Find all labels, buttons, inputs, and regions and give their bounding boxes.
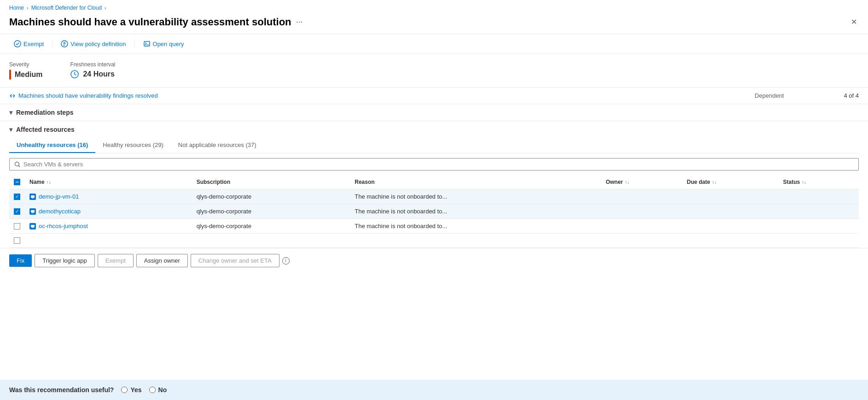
td-status-4 (779, 234, 859, 248)
th-name: Name ↑↓ (25, 175, 192, 189)
info-icon[interactable]: i (282, 257, 290, 265)
severity-text: Medium (15, 71, 42, 79)
tab-healthy[interactable]: Healthy resources (29) (95, 138, 171, 153)
feedback-radio-group: Yes No (121, 386, 167, 394)
row-checkbox-4[interactable] (14, 237, 20, 244)
divider-1 (52, 40, 52, 48)
breadcrumb-sep-2: › (105, 5, 106, 11)
td-sub-4 (192, 234, 350, 248)
resource-link-3[interactable]: oc-rhcos-jumphost (29, 223, 187, 229)
page-title: Machines should have a vulnerability ass… (9, 16, 291, 28)
resource-tabs: Unhealthy resources (16) Healthy resourc… (9, 138, 859, 153)
feedback-question: Was this recommendation useful? (9, 386, 114, 394)
search-input[interactable] (23, 161, 854, 168)
severity-value: Medium (9, 70, 42, 80)
row-checkbox-2[interactable] (14, 208, 20, 215)
svg-rect-5 (31, 195, 35, 198)
th-name-label: Name (29, 179, 45, 185)
freshness-value: 24 Hours (70, 70, 115, 79)
dependent-row: Machines should have vulnerability findi… (0, 87, 868, 104)
owner-sort-icon: ↑↓ (625, 180, 629, 185)
td-reason-4 (350, 234, 601, 248)
defender-link[interactable]: Microsoft Defender for Cloud (31, 5, 102, 11)
table-row: demo-jp-vm-01 qlys-demo-corporate The ma… (9, 189, 859, 204)
resource-link-2[interactable]: demothycoticap (29, 208, 187, 215)
td-status-1 (779, 189, 859, 204)
td-owner-1 (601, 189, 682, 204)
affected-section-header[interactable]: ▾ Affected resources (0, 121, 868, 138)
select-all-checkbox[interactable] (14, 179, 20, 185)
view-policy-button[interactable]: View policy definition (56, 38, 130, 50)
td-reason-3: The machine is not onboarded to... (350, 219, 601, 234)
open-query-button[interactable]: Open query (139, 38, 189, 50)
feedback-no[interactable]: No (149, 386, 167, 394)
svg-rect-6 (31, 210, 35, 212)
remediation-section-header[interactable]: ▾ Remediation steps (0, 104, 868, 121)
exempt-button[interactable]: Exempt (9, 38, 48, 50)
resource-link-1[interactable]: demo-jp-vm-01 (29, 193, 187, 200)
dependent-link[interactable]: Machines should have vulnerability findi… (9, 92, 658, 99)
policy-icon (61, 40, 68, 47)
vm-icon-2 (29, 208, 36, 215)
dependent-label: Dependent (755, 92, 784, 99)
td-sub-2: qlys-demo-corporate (192, 204, 350, 219)
remediation-label: Remediation steps (16, 109, 73, 116)
breadcrumb-sep-1: › (27, 5, 29, 11)
radio-no[interactable] (149, 387, 156, 393)
title-area: Machines should have a vulnerability ass… (0, 14, 868, 34)
tab-not-applicable[interactable]: Not applicable resources (37) (171, 138, 264, 153)
feedback-yes-label: Yes (130, 386, 141, 394)
fix-button[interactable]: Fix (9, 254, 32, 267)
more-options-dots[interactable]: ··· (296, 17, 303, 27)
th-subscription-label: Subscription (197, 179, 230, 185)
th-reason: Reason (350, 175, 601, 189)
th-due-date-sortable[interactable]: Due date ↑↓ (687, 179, 774, 185)
freshness-label: Freshness interval (70, 61, 115, 68)
td-sub-1: qlys-demo-corporate (192, 189, 350, 204)
resource-name-3: oc-rhcos-jumphost (39, 223, 88, 229)
action-bar: Exempt View policy definition Open query (0, 34, 868, 54)
dependent-link-text: Machines should have vulnerability findi… (18, 92, 158, 99)
row-checkbox-3[interactable] (14, 223, 20, 229)
table-row: oc-rhcos-jumphost qlys-demo-corporate Th… (9, 219, 859, 234)
name-sort-icon: ↑↓ (47, 180, 51, 185)
th-due-date: Due date ↑↓ (682, 175, 779, 189)
row-checkbox-1[interactable] (14, 194, 20, 200)
td-checkbox-2 (9, 204, 25, 219)
dependent-link-icon (9, 93, 16, 99)
change-owner-button[interactable]: Change owner and set ETA (191, 254, 280, 267)
th-name-sortable[interactable]: Name ↑↓ (29, 179, 187, 185)
due-date-sort-icon: ↑↓ (712, 180, 717, 185)
affected-label: Affected resources (16, 126, 75, 133)
radio-yes[interactable] (121, 387, 128, 393)
close-button[interactable]: ✕ (849, 16, 859, 28)
freshness-text: 24 Hours (83, 70, 114, 78)
td-name-3: oc-rhcos-jumphost (25, 219, 192, 234)
exempt-action-button[interactable]: Exempt (98, 254, 134, 267)
td-reason-2: The machine is not onboarded to... (350, 204, 601, 219)
exempt-icon (14, 40, 21, 47)
severity-block: Severity Medium (9, 61, 42, 80)
td-name-2: demothycoticap (25, 204, 192, 219)
th-status-label: Status (783, 179, 800, 185)
table-row: demothycoticap qlys-demo-corporate The m… (9, 204, 859, 219)
td-due-2 (682, 204, 779, 219)
home-link[interactable]: Home (9, 5, 24, 11)
resource-name-2: demothycoticap (39, 208, 81, 215)
td-owner-3 (601, 219, 682, 234)
svg-rect-2 (144, 41, 150, 46)
td-status-2 (779, 204, 859, 219)
assign-owner-button[interactable]: Assign owner (136, 254, 188, 267)
search-box (9, 158, 859, 171)
table-row (9, 234, 859, 248)
th-due-date-label: Due date (687, 179, 711, 185)
th-owner-sortable[interactable]: Owner ↑↓ (606, 179, 677, 185)
tab-unhealthy[interactable]: Unhealthy resources (16) (9, 138, 95, 153)
title-left: Machines should have a vulnerability ass… (9, 16, 303, 28)
feedback-yes[interactable]: Yes (121, 386, 141, 394)
th-status-sortable[interactable]: Status ↑↓ (783, 179, 854, 185)
search-icon (14, 161, 21, 168)
trigger-logic-app-button[interactable]: Trigger logic app (35, 254, 94, 267)
divider-2 (134, 40, 135, 48)
vm-icon-1 (29, 194, 36, 200)
